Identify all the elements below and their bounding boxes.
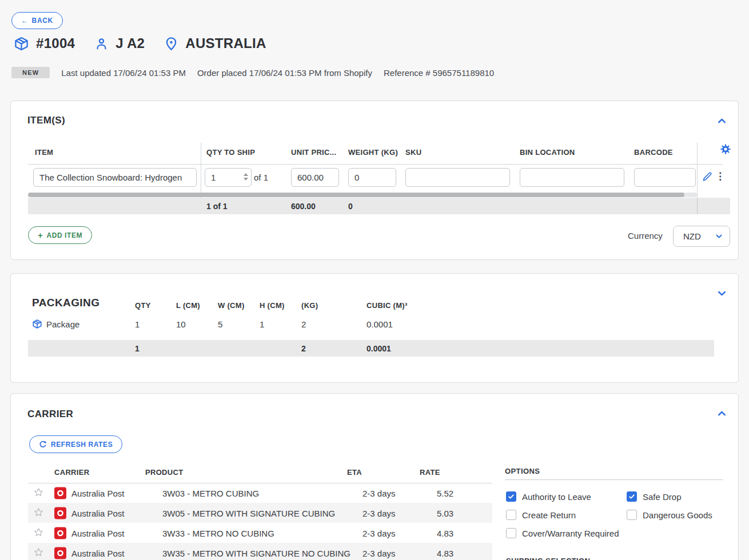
rate-row[interactable]: Australia Post 3W03 - METRO CUBING 2-3 d…	[28, 483, 492, 503]
packaging-section: PACKAGING QTY L (CM) W (CM) H (CM) (KG) …	[10, 273, 739, 383]
item-barcode-input[interactable]	[634, 168, 696, 187]
pkg-col-kg: (KG)	[301, 301, 318, 310]
checkbox-authority-to-leave[interactable]: Authority to Leave	[506, 491, 591, 502]
australia-post-logo	[54, 547, 66, 559]
customer-group: J A2	[94, 35, 145, 51]
add-item-label: ADD ITEM	[46, 231, 82, 239]
rates-col-product: PRODUCT	[145, 468, 183, 477]
items-col-unit-price: UNIT PRIC...	[291, 148, 336, 157]
checkbox-icon[interactable]	[506, 528, 516, 538]
order-title-row: #1004 J A2 AUSTRALIA	[14, 35, 266, 51]
rate-product: 3W03 - METRO CUBING	[162, 488, 259, 498]
chevron-up-icon	[717, 409, 727, 418]
shipping-selection-title: SHIPPING SELECTION	[506, 557, 590, 560]
rate-carrier: Australia Post	[71, 528, 125, 538]
items-col-sku: SKU	[405, 148, 421, 157]
pkg-row-name[interactable]: Package	[46, 319, 79, 329]
rate-product: 3W33 - METRO NO CUBING	[162, 528, 274, 538]
items-total-qty: 1 of 1	[206, 202, 228, 211]
item-menu-button[interactable]: ⋮	[715, 171, 725, 182]
item-unit-price-input[interactable]	[291, 168, 339, 187]
location-pin-icon	[164, 37, 178, 51]
items-totals-row: 1 of 1 600.00 0	[28, 198, 730, 214]
item-weight-input[interactable]	[348, 168, 396, 187]
items-scrollbar-thumb[interactable]	[28, 193, 684, 197]
pkg-col-qty: QTY	[135, 301, 151, 310]
currency-select[interactable]: NZD	[673, 226, 730, 247]
qty-decrement-icon[interactable]	[244, 178, 248, 181]
checkbox-icon[interactable]	[627, 491, 637, 502]
packaging-expand-button[interactable]	[717, 289, 727, 300]
items-section: ITEM(S) ITEM QTY TO SHIP UNIT PRIC... WE…	[10, 101, 739, 260]
pkg-total-kg: 2	[301, 344, 306, 353]
rate-carrier: Australia Post	[71, 508, 125, 518]
items-col-qty: QTY TO SHIP	[206, 148, 255, 157]
items-collapse-button[interactable]	[717, 116, 727, 127]
chevron-down-icon	[717, 289, 727, 298]
items-total-weight: 0	[348, 202, 353, 211]
item-name-input[interactable]	[33, 168, 197, 187]
rates-col-carrier: CARRIER	[54, 468, 89, 477]
items-settings-button[interactable]	[720, 143, 731, 157]
back-label: BACK	[32, 17, 53, 25]
pkg-col-h: H (CM)	[260, 301, 285, 310]
checkbox-label: Cover/Warranty Required	[522, 529, 619, 538]
rates-col-rate: RATE	[420, 468, 440, 477]
favorite-star-icon[interactable]	[33, 547, 44, 559]
order-number-group: #1004	[14, 35, 75, 51]
rate-row[interactable]: Australia Post 3W35 - METRO WITH SIGNATU…	[28, 543, 492, 560]
rate-row[interactable]: Australia Post 3W05 - METRO WITH SIGNATU…	[28, 503, 492, 523]
order-placed-text: Order placed 17/06/24 01:53 PM from Shop…	[197, 68, 372, 78]
item-sku-input[interactable]	[405, 168, 510, 187]
checkbox-label: Dangerous Goods	[643, 510, 712, 520]
back-button[interactable]: ← BACK	[11, 12, 63, 29]
person-icon	[94, 37, 109, 51]
rate-row[interactable]: Australia Post 3W33 - METRO NO CUBING 2-…	[28, 523, 492, 543]
checkbox-icon[interactable]	[627, 510, 637, 520]
australia-post-logo	[54, 507, 66, 519]
reference-text: Reference # 5965751189810	[384, 68, 494, 78]
destination-group: AUSTRALIA	[164, 35, 266, 51]
refresh-rates-button[interactable]: REFRESH RATES	[29, 435, 122, 453]
checkbox-create-return[interactable]: Create Return	[506, 510, 576, 520]
qty-increment-icon[interactable]	[244, 173, 248, 176]
items-section-title: ITEM(S)	[27, 115, 65, 126]
favorite-star-icon[interactable]	[33, 507, 44, 519]
package-icon	[32, 319, 42, 331]
checkbox-dangerous-goods[interactable]: Dangerous Goods	[627, 510, 712, 520]
checkbox-safe-drop[interactable]: Safe Drop	[627, 491, 682, 502]
status-badge: NEW	[11, 67, 50, 78]
pkg-row-cubic: 0.0001	[366, 319, 393, 329]
checkbox-icon[interactable]	[506, 510, 516, 520]
checkbox-icon[interactable]	[506, 491, 516, 502]
items-scrollbar-track[interactable]	[28, 193, 697, 197]
rate-eta: 2-3 days	[362, 528, 396, 538]
item-bin-input[interactable]	[520, 168, 624, 187]
rate-price: 5.03	[437, 508, 453, 518]
packaging-section-title: PACKAGING	[32, 297, 99, 309]
rate-price: 4.83	[437, 528, 453, 538]
refresh-rates-label: REFRESH RATES	[51, 441, 113, 449]
gear-icon	[720, 143, 731, 155]
refresh-icon	[39, 441, 47, 449]
currency-value: NZD	[683, 231, 701, 241]
items-totals-divider	[697, 198, 698, 214]
pkg-col-l: L (CM)	[176, 301, 200, 310]
qty-of-label: of 1	[254, 173, 268, 182]
favorite-star-icon[interactable]	[33, 527, 44, 539]
checkbox-label: Authority to Leave	[522, 492, 591, 502]
item-edit-button[interactable]	[702, 171, 713, 184]
carrier-collapse-button[interactable]	[717, 409, 727, 420]
options-title: OPTIONS	[505, 467, 540, 475]
currency-label: Currency	[628, 231, 663, 241]
checkbox-label: Create Return	[522, 510, 576, 520]
carrier-section-title: CARRIER	[27, 409, 73, 420]
favorite-star-icon[interactable]	[33, 487, 44, 499]
options-divider	[505, 479, 723, 480]
check-icon	[628, 493, 635, 500]
checkbox-cover-warranty[interactable]: Cover/Warranty Required	[506, 528, 619, 538]
pkg-row-h: 1	[260, 319, 264, 329]
add-item-button[interactable]: + ADD ITEM	[28, 226, 92, 244]
rate-price: 5.52	[437, 488, 453, 498]
back-arrow-icon: ←	[21, 17, 29, 25]
